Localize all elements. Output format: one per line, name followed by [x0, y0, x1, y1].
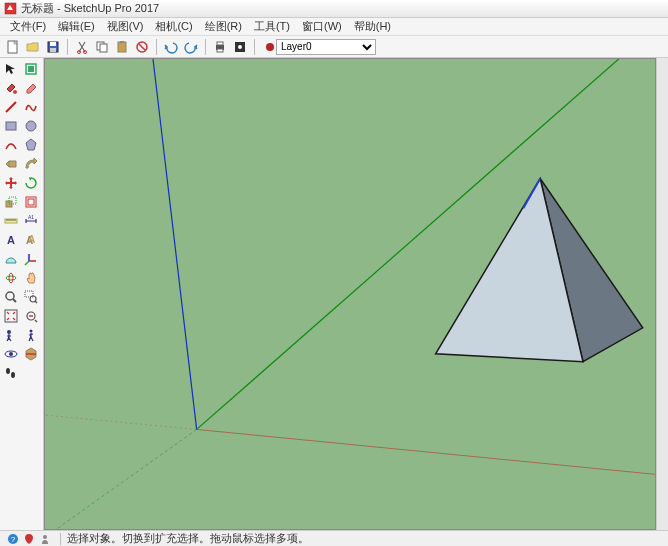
viewport-3d[interactable]	[44, 58, 656, 530]
layer-visibility-icon[interactable]	[266, 43, 274, 51]
layer-dropdown[interactable]: Layer0	[276, 39, 376, 55]
menu-file[interactable]: 文件(F)	[4, 19, 52, 34]
tool-paint-icon[interactable]	[2, 79, 20, 97]
tool-text-icon[interactable]: A	[2, 231, 20, 249]
titlebar: 无标题 - SketchUp Pro 2017	[0, 0, 668, 18]
svg-point-16	[238, 45, 242, 49]
tb-redo-icon[interactable]	[182, 38, 200, 56]
sb-credits-icon[interactable]	[38, 532, 52, 546]
tb-cut-icon[interactable]	[73, 38, 91, 56]
tool-dimension-icon[interactable]: A1	[22, 212, 40, 230]
tool-move-icon[interactable]	[2, 174, 20, 192]
svg-point-43	[11, 372, 15, 378]
status-hint: 选择对象。切换到扩充选择。拖动鼠标选择多项。	[67, 531, 309, 546]
tb-sep	[156, 39, 157, 55]
svg-text:?: ?	[11, 535, 16, 544]
tool-line-icon[interactable]	[2, 98, 20, 116]
svg-rect-18	[28, 66, 34, 72]
svg-rect-9	[118, 42, 126, 52]
svg-point-19	[13, 90, 17, 94]
menu-edit[interactable]: 编辑(E)	[52, 19, 101, 34]
svg-rect-8	[100, 44, 107, 52]
menubar: 文件(F) 编辑(E) 视图(V) 相机(C) 绘图(R) 工具(T) 窗口(W…	[0, 18, 668, 36]
tool-footprint-icon[interactable]	[2, 364, 20, 382]
tb-paste-icon[interactable]	[113, 38, 131, 56]
tool-rotate-icon[interactable]	[22, 174, 40, 192]
svg-rect-14	[217, 49, 223, 52]
menu-tools[interactable]: 工具(T)	[248, 19, 296, 34]
tb-sep	[67, 39, 68, 55]
tool-pan-icon[interactable]	[22, 269, 40, 287]
svg-point-42	[6, 368, 10, 374]
tool-zoom-icon[interactable]	[2, 288, 20, 306]
svg-point-31	[6, 276, 16, 280]
tb-open-icon[interactable]	[24, 38, 42, 56]
tool-walk-icon[interactable]	[22, 326, 40, 344]
svg-text:A1: A1	[28, 214, 34, 220]
svg-point-33	[6, 292, 14, 300]
svg-rect-20	[6, 122, 16, 130]
tool-axes-icon[interactable]	[22, 250, 40, 268]
svg-point-32	[9, 273, 13, 283]
tool-select-icon[interactable]	[2, 60, 20, 78]
svg-text:A: A	[7, 234, 15, 246]
svg-point-53	[43, 535, 47, 539]
tool-polygon-icon[interactable]	[22, 136, 40, 154]
tool-position-camera-icon[interactable]	[2, 326, 20, 344]
svg-rect-4	[50, 48, 56, 52]
svg-text:A: A	[28, 234, 35, 245]
tb-sep	[254, 39, 255, 55]
tool-3dtext-icon[interactable]: AA	[22, 231, 40, 249]
sb-geo-icon[interactable]	[22, 532, 36, 546]
tb-save-icon[interactable]	[44, 38, 62, 56]
tool-freehand-icon[interactable]	[22, 98, 40, 116]
tool-look-icon[interactable]	[2, 345, 20, 363]
svg-rect-36	[5, 310, 17, 322]
tool-make-component-icon[interactable]	[22, 60, 40, 78]
svg-rect-10	[120, 41, 124, 43]
app-icon	[4, 2, 17, 15]
tool-prev-view-icon[interactable]	[22, 307, 40, 325]
layer-selector: Layer0	[266, 39, 376, 55]
tool-empty	[22, 364, 40, 382]
tool-protractor-icon[interactable]	[2, 250, 20, 268]
tool-eraser-icon[interactable]	[22, 79, 40, 97]
menu-camera[interactable]: 相机(C)	[149, 19, 198, 34]
menu-draw[interactable]: 绘图(R)	[199, 19, 248, 34]
tool-zoom-window-icon[interactable]	[22, 288, 40, 306]
menu-view[interactable]: 视图(V)	[101, 19, 150, 34]
model-canvas[interactable]	[45, 59, 655, 529]
tool-scale-icon[interactable]	[2, 193, 20, 211]
tool-circle-icon[interactable]	[22, 117, 40, 135]
svg-rect-3	[50, 42, 56, 46]
tool-offset-icon[interactable]	[22, 193, 40, 211]
svg-point-39	[30, 330, 33, 333]
tb-delete-icon[interactable]	[133, 38, 151, 56]
tool-followme-icon[interactable]	[22, 155, 40, 173]
svg-point-38	[7, 330, 11, 334]
svg-rect-25	[28, 199, 34, 205]
menu-help[interactable]: 帮助(H)	[348, 19, 397, 34]
tb-copy-icon[interactable]	[93, 38, 111, 56]
tool-pushpull-icon[interactable]	[2, 155, 20, 173]
toolbar-top: Layer0	[0, 36, 668, 58]
tool-zoom-extents-icon[interactable]	[2, 307, 20, 325]
svg-point-21	[26, 121, 36, 131]
sb-help-icon[interactable]: ?	[6, 532, 20, 546]
tool-tape-icon[interactable]	[2, 212, 20, 230]
menu-window[interactable]: 窗口(W)	[296, 19, 348, 34]
window-title: 无标题 - SketchUp Pro 2017	[21, 1, 159, 16]
tb-print-icon[interactable]	[211, 38, 229, 56]
tb-new-icon[interactable]	[4, 38, 22, 56]
statusbar: ? 选择对象。切换到扩充选择。拖动鼠标选择多项。	[0, 530, 668, 546]
tool-palette: A1 AAA	[0, 58, 44, 530]
tb-undo-icon[interactable]	[162, 38, 180, 56]
scrollbar-vertical[interactable]	[656, 58, 668, 530]
svg-point-41	[9, 352, 13, 356]
svg-rect-13	[217, 42, 223, 45]
tool-arc-icon[interactable]	[2, 136, 20, 154]
tool-section-icon[interactable]	[22, 345, 40, 363]
tb-settings-icon[interactable]	[231, 38, 249, 56]
tool-orbit-icon[interactable]	[2, 269, 20, 287]
tool-rectangle-icon[interactable]	[2, 117, 20, 135]
